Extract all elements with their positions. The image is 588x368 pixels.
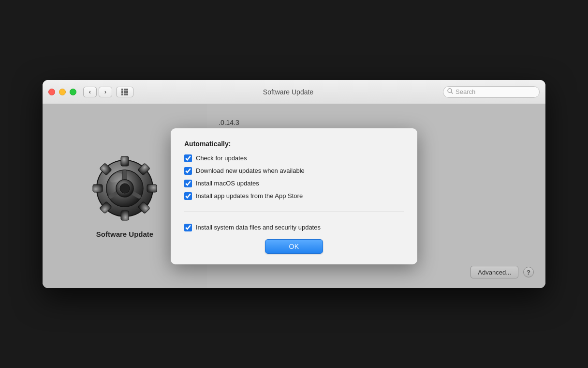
download-updates-label: Download new updates when available: [196, 167, 305, 174]
svg-point-0: [448, 89, 452, 92]
checkbox-group: Check for updates Download new updates w…: [184, 154, 404, 231]
modal-heading: Automatically:: [184, 140, 404, 148]
content-area: Software Update .0.14.3 M Advanced... ? …: [43, 104, 545, 288]
forward-button[interactable]: ›: [99, 87, 112, 97]
install-appstore-checkbox[interactable]: [184, 192, 192, 200]
checkbox-item-2: Download new updates when available: [184, 167, 404, 175]
install-macos-label: Install macOS updates: [196, 180, 259, 187]
checkbox-item-5: Install system data files and security u…: [184, 224, 404, 231]
divider: [184, 212, 404, 212]
close-button[interactable]: [48, 89, 55, 95]
checkbox-item-3: Install macOS updates: [184, 180, 404, 187]
traffic-lights: [48, 89, 76, 95]
search-bar[interactable]: Search: [443, 86, 540, 98]
back-button[interactable]: ‹: [83, 87, 97, 97]
install-security-label: Install system data files and security u…: [196, 224, 321, 231]
titlebar: ‹ › Software Update Search: [43, 80, 545, 104]
modal-sheet: Automatically: Check for updates Downloa…: [171, 128, 417, 264]
check-updates-checkbox[interactable]: [184, 154, 192, 162]
minimize-button[interactable]: [59, 89, 66, 95]
main-window: ‹ › Software Update Search: [43, 80, 545, 288]
check-updates-label: Check for updates: [196, 154, 247, 162]
grid-icon: [121, 89, 128, 95]
modal-overlay: Automatically: Check for updates Downloa…: [43, 104, 545, 288]
nav-buttons: ‹ ›: [83, 87, 112, 97]
search-icon: [447, 88, 453, 95]
ok-button[interactable]: OK: [265, 239, 323, 254]
install-macos-checkbox[interactable]: [184, 180, 192, 187]
grid-view-button[interactable]: [116, 87, 133, 97]
checkbox-item-1: Check for updates: [184, 154, 404, 162]
svg-line-1: [452, 92, 453, 94]
maximize-button[interactable]: [70, 89, 76, 95]
checkbox-item-4: Install app updates from the App Store: [184, 192, 404, 200]
window-title: Software Update: [133, 88, 443, 96]
install-security-checkbox[interactable]: [184, 224, 192, 231]
search-placeholder: Search: [456, 88, 475, 95]
download-updates-checkbox[interactable]: [184, 167, 192, 175]
install-appstore-label: Install app updates from the App Store: [196, 192, 303, 199]
